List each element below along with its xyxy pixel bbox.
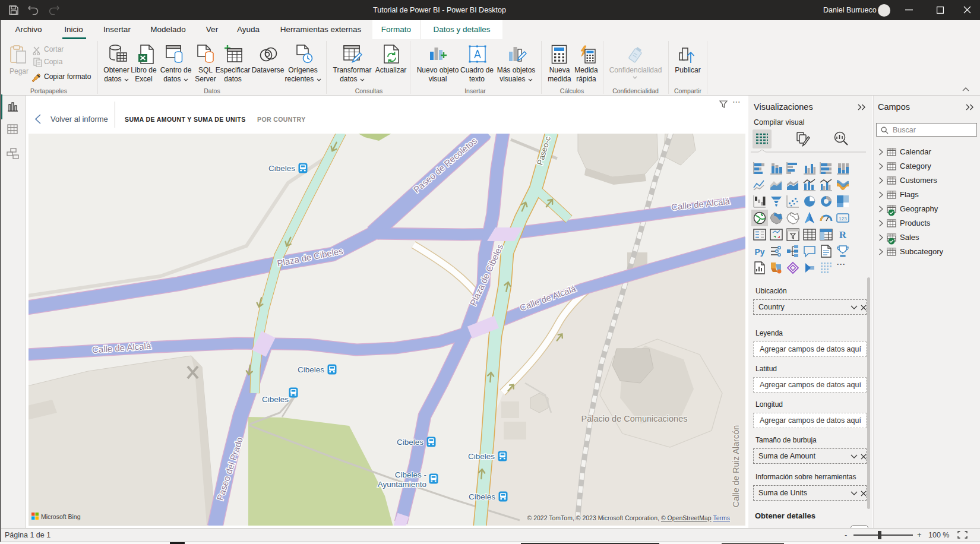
svg-text:Cibeles: Cibeles xyxy=(397,438,423,447)
svg-text:Py: Py xyxy=(754,247,764,257)
svg-text:Cibeles: Cibeles xyxy=(268,164,295,173)
svg-text:Cibeles: Cibeles xyxy=(262,395,289,404)
svg-text:Cibeles: Cibeles xyxy=(298,365,324,374)
svg-text:Cibeles -: Cibeles - xyxy=(395,470,426,479)
svg-text:Cibeles: Cibeles xyxy=(469,492,495,501)
svg-text:Microsoft Bing: Microsoft Bing xyxy=(41,513,81,520)
svg-text:Ayuntamiento: Ayuntamiento xyxy=(378,480,426,489)
svg-text:Cibeles: Cibeles xyxy=(468,452,495,461)
svg-text:Palacio de Comunicaciones: Palacio de Comunicaciones xyxy=(581,414,688,423)
svg-text:© 2022 TomTom, © 2023 Microsof: © 2022 TomTom, © 2023 Microsoft Corporat… xyxy=(527,514,731,521)
svg-text:123: 123 xyxy=(839,216,847,222)
svg-text:R: R xyxy=(839,229,847,241)
svg-text:Calle de Ruiz Alarcón: Calle de Ruiz Alarcón xyxy=(731,425,741,508)
